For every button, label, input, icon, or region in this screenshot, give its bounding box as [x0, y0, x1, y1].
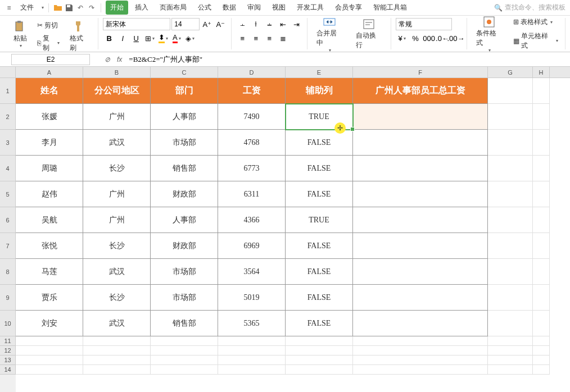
header-cell[interactable]: 工资 [218, 78, 286, 104]
cell[interactable]: 销售部 [151, 156, 218, 181]
cell[interactable] [533, 156, 550, 181]
cell[interactable]: 张媛 [16, 104, 83, 130]
cell[interactable]: 6969 [218, 233, 286, 259]
select-all-corner[interactable] [0, 67, 16, 78]
copy-button[interactable]: ⎘复制▾ [35, 33, 62, 54]
cell[interactable]: 6773 [218, 156, 286, 181]
cell[interactable] [488, 78, 533, 104]
cell[interactable]: 人事部 [151, 207, 218, 233]
merge-center-button[interactable]: 合并居中▾ [312, 13, 347, 55]
tab-review[interactable]: 审阅 [243, 1, 265, 15]
row-header[interactable]: 7 [0, 233, 16, 259]
decimal-dec-button[interactable]: .00→ [450, 32, 462, 44]
row-header[interactable]: 3 [0, 130, 16, 156]
name-box[interactable] [11, 54, 90, 65]
cell[interactable] [533, 104, 550, 130]
cell[interactable] [353, 130, 488, 156]
cell[interactable]: 长沙 [83, 285, 151, 311]
cell[interactable] [151, 355, 218, 365]
cell[interactable] [488, 130, 533, 156]
cell[interactable] [286, 336, 353, 346]
col-header[interactable]: E [286, 67, 353, 78]
col-header[interactable]: C [151, 67, 218, 78]
cell[interactable] [353, 285, 488, 311]
row-header[interactable]: 6 [0, 207, 16, 233]
cell[interactable] [16, 365, 83, 375]
cell[interactable] [353, 355, 488, 365]
redo-icon[interactable]: ↷ [87, 3, 96, 12]
cell[interactable] [151, 365, 218, 375]
cell[interactable]: TRUE✢ [286, 104, 353, 130]
cell[interactable] [533, 355, 550, 365]
cell[interactable] [488, 156, 533, 181]
fill-color-button[interactable]: ⬍▾ [157, 32, 169, 44]
cell[interactable] [218, 336, 286, 346]
cell[interactable] [218, 365, 286, 375]
increase-font-button[interactable]: A⁺ [201, 18, 213, 30]
row-header[interactable]: 4 [0, 156, 16, 181]
formula-input[interactable] [125, 54, 570, 65]
cell[interactable]: 4366 [218, 207, 286, 233]
cell[interactable] [533, 311, 550, 336]
tab-start[interactable]: 开始 [106, 1, 128, 15]
cell[interactable] [151, 336, 218, 346]
header-cell[interactable]: 部门 [151, 78, 218, 104]
cell[interactable] [16, 346, 83, 355]
cell[interactable] [353, 181, 488, 207]
cell[interactable] [488, 365, 533, 375]
tab-view[interactable]: 视图 [268, 1, 290, 15]
cell[interactable]: 马莲 [16, 259, 83, 285]
border-button[interactable]: ⊞▾ [143, 32, 156, 44]
cell[interactable]: 贾乐 [16, 285, 83, 311]
cell[interactable] [488, 355, 533, 365]
cell[interactable]: 刘安 [16, 311, 83, 336]
indent-decrease-button[interactable]: ⇤ [277, 18, 289, 30]
align-bottom-button[interactable]: ⫨ [263, 18, 275, 30]
decrease-font-button[interactable]: A⁻ [214, 18, 227, 30]
table-style-button[interactable]: ⊞表格样式▾ [511, 16, 560, 28]
file-menu[interactable]: 文件 [16, 1, 38, 15]
align-middle-button[interactable]: ⫲ [250, 18, 262, 30]
cell[interactable]: 4768 [218, 130, 286, 156]
tab-formula[interactable]: 公式 [193, 1, 216, 15]
row-header[interactable]: 5 [0, 181, 16, 207]
undo-icon[interactable]: ↶ [76, 3, 85, 12]
cell[interactable] [353, 233, 488, 259]
cell[interactable] [218, 346, 286, 355]
cell[interactable] [533, 207, 550, 233]
cell[interactable] [151, 346, 218, 355]
cell[interactable] [286, 346, 353, 355]
col-header[interactable]: D [218, 67, 286, 78]
header-cell[interactable]: 辅助列 [286, 78, 353, 104]
cell[interactable] [488, 311, 533, 336]
cell[interactable]: 6311 [218, 181, 286, 207]
header-cell[interactable]: 广州人事部员工总工资 [353, 78, 488, 104]
cell[interactable] [83, 336, 151, 346]
cond-format-button[interactable]: 条件格式▾ [472, 13, 506, 55]
tab-smart[interactable]: 智能工具箱 [369, 1, 411, 15]
cell[interactable]: 财政部 [151, 181, 218, 207]
grid-main[interactable]: A B C D E F G H 姓名 分公司地区 部门 工资 辅助列 广州人事部… [16, 67, 570, 392]
cell[interactable]: 5019 [218, 285, 286, 311]
col-header[interactable]: A [16, 67, 83, 78]
cell[interactable] [533, 181, 550, 207]
cell[interactable]: 张悦 [16, 233, 83, 259]
header-cell[interactable]: 姓名 [16, 78, 83, 104]
tab-layout[interactable]: 页面布局 [155, 1, 191, 15]
row-header[interactable]: 8 [0, 259, 16, 285]
cell[interactable]: 吴航 [16, 207, 83, 233]
cell[interactable]: 广州 [83, 207, 151, 233]
cell[interactable]: 市场部 [151, 259, 218, 285]
cell[interactable]: 人事部 [151, 104, 218, 130]
cell[interactable] [83, 346, 151, 355]
row-header[interactable]: 14 [0, 365, 16, 375]
cell[interactable]: FALSE [286, 156, 353, 181]
cell[interactable] [533, 285, 550, 311]
cell[interactable] [488, 104, 533, 130]
row-header[interactable]: 10 [0, 311, 16, 336]
cell[interactable]: 财政部 [151, 233, 218, 259]
cell[interactable] [353, 365, 488, 375]
align-left-button[interactable]: ≡ [236, 32, 248, 44]
cell[interactable]: FALSE [286, 285, 353, 311]
cell[interactable]: 销售部 [151, 311, 218, 336]
